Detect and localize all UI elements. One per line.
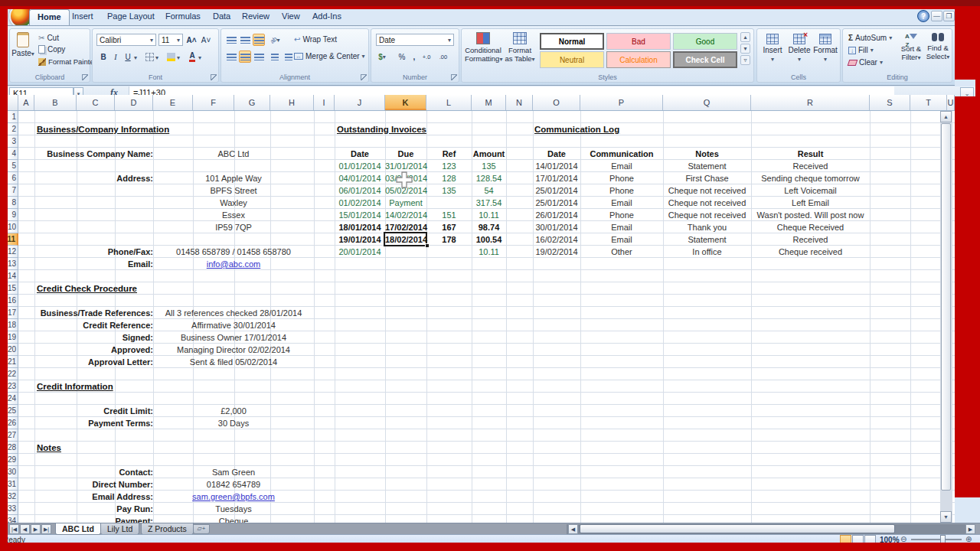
section-title-credit-check[interactable]: Credit Check Procedure xyxy=(37,282,137,295)
underline-dropdown[interactable]: ▾ xyxy=(134,54,137,61)
comm-type[interactable]: Phone xyxy=(580,172,663,184)
column-header-C[interactable]: C xyxy=(77,95,115,110)
restore-button[interactable]: ❐ xyxy=(943,11,955,21)
sheet-tab-abc-ltd[interactable]: ABC Ltd xyxy=(55,523,101,535)
increase-decimal-icon[interactable]: +.0 xyxy=(420,51,433,63)
font-color-dropdown[interactable]: ▾ xyxy=(198,54,201,61)
styles-more-icon[interactable]: ▿ xyxy=(740,55,750,65)
row-header-27[interactable]: 27 xyxy=(8,429,18,442)
tab-add-ins[interactable]: Add-Ins xyxy=(305,9,349,25)
comm-date[interactable]: 16/02/2014 xyxy=(533,233,580,246)
invoice-amount[interactable]: 54 xyxy=(472,184,506,197)
invoice-date[interactable]: 01/02/2014 xyxy=(335,197,385,209)
row-header-6[interactable]: 6 xyxy=(8,172,18,184)
tab-data[interactable]: Data xyxy=(205,9,238,25)
comm-header-result[interactable]: Result xyxy=(751,148,870,160)
comm-result[interactable]: Sending cheque tomorrow xyxy=(751,172,870,184)
row-header-26[interactable]: 26 xyxy=(8,417,18,429)
cell-credit-check-value-0[interactable]: All 3 references checked 28/01/2014 xyxy=(153,307,314,319)
cell-credit-check-label-0[interactable]: Business/Trade References: xyxy=(34,307,153,319)
cell-credit-info-label-1[interactable]: Payment Terms: xyxy=(34,417,153,429)
invoice-amount[interactable]: 135 xyxy=(472,160,506,172)
invoice-date[interactable]: 19/01/2014 xyxy=(335,233,385,246)
fill-color-icon[interactable] xyxy=(165,51,177,63)
find-select-button[interactable]: Find &Select▾ xyxy=(924,32,952,61)
row-header-29[interactable]: 29 xyxy=(8,454,18,466)
comm-notes[interactable]: Statement xyxy=(663,160,751,172)
cell-credit-check-value-1[interactable]: Affirmative 30/01/2014 xyxy=(153,319,314,331)
tab-view[interactable]: View xyxy=(274,9,308,25)
format-as-table-button[interactable]: Formatas Table▾ xyxy=(503,32,537,64)
column-header-E[interactable]: E xyxy=(153,95,193,110)
row-header-3[interactable]: 3 xyxy=(8,135,18,148)
section-title-credit-information[interactable]: Credit Information xyxy=(37,380,113,393)
comm-notes[interactable]: Cheque not received xyxy=(663,197,751,209)
cell-credit-check-label-2[interactable]: Signed: xyxy=(34,331,153,344)
comm-date[interactable]: 26/01/2014 xyxy=(533,209,580,221)
row-header-24[interactable]: 24 xyxy=(8,393,18,405)
invoice-amount[interactable]: 100.54 xyxy=(472,233,506,246)
cell-address-line-5[interactable]: IP59 7QP xyxy=(153,221,314,233)
row-header-19[interactable]: 19 xyxy=(8,331,18,344)
invoice-date[interactable]: 01/01/2014 xyxy=(335,160,385,172)
section-title-business-info[interactable]: Business/Company Information xyxy=(37,123,169,135)
row-header-2[interactable]: 2 xyxy=(8,123,18,135)
cell-notes-value-0[interactable]: Sam Green xyxy=(153,466,314,478)
comm-type[interactable]: Phone xyxy=(580,209,663,221)
cell-credit-info-value-0[interactable]: £2,000 xyxy=(153,405,314,417)
conditional-formatting-button[interactable]: ConditionalFormatting▾ xyxy=(465,32,501,64)
invoice-amount[interactable]: 10.11 xyxy=(472,246,506,258)
align-top-icon[interactable] xyxy=(225,34,237,46)
invoice-date[interactable]: 04/01/2014 xyxy=(335,172,385,184)
comm-notes[interactable]: Thank you xyxy=(663,221,751,233)
vertical-scrollbar-thumb[interactable] xyxy=(941,123,951,491)
style-good[interactable]: Good xyxy=(673,33,737,50)
comm-type[interactable]: Email xyxy=(580,221,663,233)
merge-center-button[interactable]: ↔Merge & Center▾ xyxy=(292,51,368,61)
invoice-ref[interactable]: 178 xyxy=(426,233,472,246)
sheet-tab-lily-ltd[interactable]: Lily Ltd xyxy=(100,523,139,535)
row-header-8[interactable]: 8 xyxy=(8,197,18,209)
comm-date[interactable]: 14/01/2014 xyxy=(533,160,580,172)
cell-address-line-3[interactable]: Waxley xyxy=(153,197,314,209)
invoice-header-date[interactable]: Date xyxy=(335,148,385,160)
copy-button[interactable]: Copy xyxy=(36,44,67,54)
cell-notes-label-3[interactable]: Pay Run: xyxy=(34,503,153,515)
tab-review[interactable]: Review xyxy=(234,9,277,25)
cell-phone-value[interactable]: 01458 658789 / 01458 658780 xyxy=(153,246,314,258)
comma-icon[interactable]: , xyxy=(408,51,420,63)
borders-icon[interactable] xyxy=(143,51,155,63)
cut-button[interactable]: ✂Cut xyxy=(36,33,61,43)
cell-notes-value-2[interactable]: sam.green@bpfs.com xyxy=(153,491,314,503)
invoice-ref[interactable]: 135 xyxy=(426,184,472,197)
align-left-icon[interactable] xyxy=(225,51,237,63)
cell-credit-check-value-4[interactable]: Sent & filed 05/02/2014 xyxy=(153,356,314,368)
help-icon[interactable]: ? xyxy=(917,10,929,22)
section-title-outstanding-invoices[interactable]: Outstanding Invoices xyxy=(337,123,426,135)
style-check-cell[interactable]: Check Cell xyxy=(673,51,737,68)
comm-notes[interactable]: Statement xyxy=(663,233,751,246)
style-normal[interactable]: Normal xyxy=(540,33,604,50)
invoice-header-due[interactable]: Due xyxy=(385,148,426,160)
italic-button[interactable]: I xyxy=(109,51,122,63)
row-header-28[interactable]: 28 xyxy=(8,442,18,454)
format-painter-button[interactable]: Format Painter xyxy=(36,57,99,67)
comm-date[interactable]: 25/01/2014 xyxy=(533,184,580,197)
row-header-32[interactable]: 32 xyxy=(8,491,18,503)
comm-notes[interactable]: Cheque not received xyxy=(663,209,751,221)
wrap-text-button[interactable]: ↩Wrap Text xyxy=(292,34,339,44)
cell-credit-check-value-2[interactable]: Business Owner 17/01/2014 xyxy=(153,331,314,344)
align-center-icon[interactable] xyxy=(239,51,251,63)
comm-result[interactable]: Received xyxy=(751,233,870,246)
section-title-communication-log[interactable]: Communication Log xyxy=(534,123,619,135)
accounting-format-icon[interactable]: $▾ xyxy=(376,51,388,63)
worksheet-grid[interactable]: 1234567891011121314151617181920212223242… xyxy=(8,111,955,523)
comm-notes[interactable]: In office xyxy=(663,246,751,258)
hscroll-right-icon[interactable]: ▶ xyxy=(965,524,975,534)
row-header-25[interactable]: 25 xyxy=(8,405,18,417)
orientation-icon[interactable]: ab▾ xyxy=(269,34,281,46)
comm-date[interactable]: 30/01/2014 xyxy=(533,221,580,233)
select-all-corner[interactable] xyxy=(8,95,18,110)
row-header-13[interactable]: 13 xyxy=(8,258,18,270)
invoice-amount[interactable]: 128.54 xyxy=(472,172,506,184)
